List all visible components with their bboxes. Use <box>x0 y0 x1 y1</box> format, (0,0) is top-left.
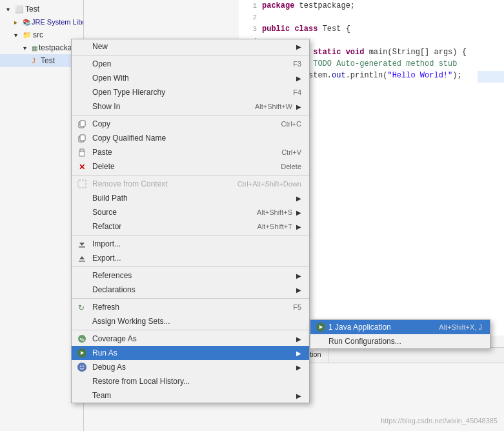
menu-item-open-type-hierarchy[interactable]: Open Type Hierarchy F4 <box>72 85 309 99</box>
menu-item-debug-as[interactable]: Debug As ▶ <box>72 360 309 374</box>
tree-item-test[interactable]: ▾ ⬜ Test <box>0 3 83 15</box>
import-icon <box>77 239 87 249</box>
open-with-arrow: ▶ <box>296 75 304 82</box>
menu-item-references[interactable]: References ▶ <box>72 268 309 283</box>
run-as-label: Run As <box>92 348 117 357</box>
context-menu: New ▶ Open F3 Open With ▶ Open Type Hier… <box>71 39 310 403</box>
line-number-3: 3 <box>241 25 257 33</box>
menu-item-refactor[interactable]: Refactor Alt+Shift+T ▶ <box>72 219 309 234</box>
svg-rect-3 <box>80 135 85 141</box>
menu-item-new[interactable]: New ▶ <box>72 39 309 54</box>
delete-icon: ✕ <box>77 161 87 172</box>
export-label: Export... <box>92 254 121 263</box>
java-file-icon: J <box>28 55 39 66</box>
line-number-1: 1 <box>241 2 257 10</box>
copy-label: Copy <box>92 119 110 128</box>
delete-label: Delete <box>92 162 115 171</box>
menu-item-source[interactable]: Source Alt+Shift+S ▶ <box>72 205 309 219</box>
menu-item-open-with[interactable]: Open With ▶ <box>72 71 309 85</box>
svg-point-16 <box>80 366 81 367</box>
declarations-label: Declarations <box>92 285 136 294</box>
open-label: Open <box>92 59 111 68</box>
menu-item-paste[interactable]: Paste Ctrl+V <box>72 145 309 159</box>
menu-item-coverage-as[interactable]: % Coverage As ▶ <box>72 332 309 346</box>
source-label: Source <box>92 208 117 217</box>
build-path-arrow: ▶ <box>296 195 304 202</box>
source-shortcut: Alt+Shift+S <box>257 208 295 216</box>
refactor-arrow: ▶ <box>296 223 304 230</box>
remove-context-label: Remove from Context <box>92 179 168 188</box>
new-label: New <box>92 42 108 51</box>
team-label: Team <box>92 391 111 400</box>
coverage-as-label: Coverage As <box>92 334 137 343</box>
project-icon: ▾ <box>3 4 13 14</box>
svg-point-17 <box>83 366 84 367</box>
menu-item-run-as[interactable]: Run As ▶ <box>72 346 309 360</box>
menu-item-restore-history[interactable]: Restore from Local History... <box>72 374 309 388</box>
svg-rect-7 <box>78 180 86 188</box>
svg-point-15 <box>78 363 86 371</box>
code-line-1: 1 package testpackage; <box>239 0 504 12</box>
src-expand-icon: ▾ <box>10 30 21 40</box>
menu-item-import[interactable]: Import... <box>72 237 309 251</box>
menu-item-copy-qualified[interactable]: Copy Qualified Name <box>72 131 309 145</box>
copy-qualified-label: Copy Qualified Name <box>92 134 166 143</box>
menu-item-team[interactable]: Team ▶ <box>72 388 309 403</box>
menu-item-refresh[interactable]: ↻ Refresh F5 <box>72 300 309 314</box>
code-line-3: 3 public class Test { <box>239 23 504 35</box>
submenu-item-run-configs[interactable]: Run Configurations... <box>310 334 490 348</box>
menu-item-delete[interactable]: ✕ Delete Delete <box>72 159 309 174</box>
paste-icon <box>77 147 87 157</box>
show-in-shortcut: Alt+Shift+W <box>255 103 295 110</box>
menu-item-assign-working-sets[interactable]: Assign Working Sets... <box>72 314 309 328</box>
refresh-shortcut: F5 <box>293 303 304 311</box>
menu-item-declarations[interactable]: Declarations ▶ <box>72 283 309 297</box>
new-submenu-arrow: ▶ <box>296 43 304 50</box>
copy-qualified-icon <box>77 133 87 143</box>
debug-as-label: Debug As <box>92 363 126 372</box>
open-type-label: Open Type Hierarchy <box>92 88 165 97</box>
menu-sep-3 <box>72 175 309 175</box>
svg-rect-5 <box>80 149 84 152</box>
run-configs-label: Run Configurations... <box>328 337 401 346</box>
open-shortcut: F3 <box>293 60 304 68</box>
code-line-2: 2 <box>239 12 504 23</box>
svg-rect-11 <box>79 261 85 262</box>
source-arrow: ▶ <box>296 209 304 216</box>
menu-item-build-path[interactable]: Build Path ▶ <box>72 191 309 205</box>
menu-item-remove-context[interactable]: Remove from Context Ctrl+Alt+Shift+Down <box>72 177 309 191</box>
references-label: References <box>92 271 132 280</box>
refactor-label: Refactor <box>92 222 121 231</box>
paste-label: Paste <box>92 148 112 157</box>
run-as-submenu: 1 Java Application Alt+Shift+X, J Run Co… <box>310 319 490 349</box>
delete-shortcut: Delete <box>281 163 304 170</box>
menu-sep-5 <box>72 266 309 267</box>
package-expand-icon: ▾ <box>19 43 30 53</box>
debug-icon <box>77 362 87 372</box>
menu-item-show-in[interactable]: Show In Alt+Shift+W ▶ <box>72 99 309 114</box>
menu-sep-6 <box>72 298 309 299</box>
tree-label-jre: JRE System Library [JavaSE-1.8] <box>32 18 84 26</box>
paste-shortcut: Ctrl+V <box>281 148 304 156</box>
open-type-shortcut: F4 <box>293 88 304 96</box>
library-icon: ▸ <box>10 17 21 27</box>
svg-text:%: % <box>80 337 85 343</box>
team-arrow: ▶ <box>296 392 304 399</box>
declarations-arrow: ▶ <box>296 286 304 294</box>
tree-item-jre[interactable]: ▸ 📚 JRE System Library [JavaSE-1.8] <box>0 15 83 28</box>
show-in-label: Show In <box>92 102 120 111</box>
submenu-item-java-app[interactable]: 1 Java Application Alt+Shift+X, J <box>310 320 490 334</box>
menu-item-export[interactable]: Export... <box>72 251 309 265</box>
menu-item-open[interactable]: Open F3 <box>72 57 309 71</box>
code-selection <box>478 71 504 83</box>
show-in-arrow: ▶ <box>296 103 304 110</box>
menu-item-copy[interactable]: Copy Ctrl+C <box>72 117 309 131</box>
remove-context-shortcut: Ctrl+Alt+Shift+Down <box>237 180 304 188</box>
references-arrow: ▶ <box>296 272 304 279</box>
line-number-2: 2 <box>241 14 257 21</box>
svg-text:↻: ↻ <box>78 303 85 312</box>
assign-working-sets-label: Assign Working Sets... <box>92 317 170 326</box>
java-app-label: 1 Java Application <box>328 323 391 332</box>
coverage-icon: % <box>77 334 87 344</box>
java-app-run-icon <box>316 322 326 332</box>
